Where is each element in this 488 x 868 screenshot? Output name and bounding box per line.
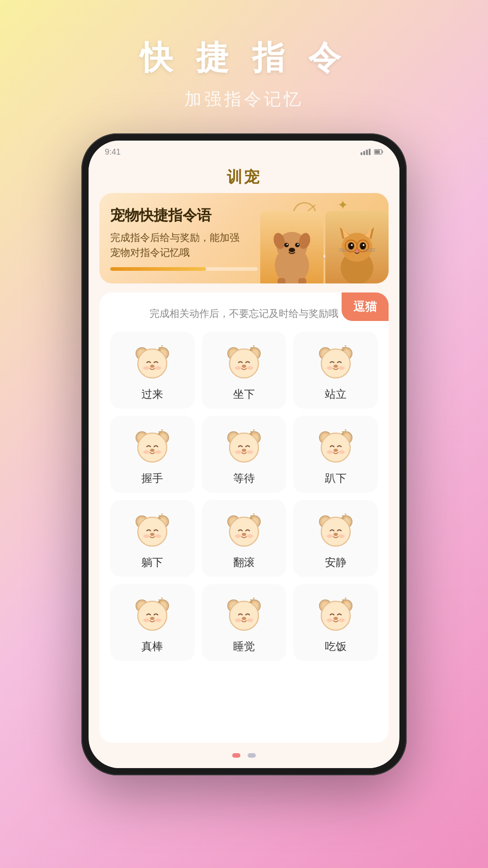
- commands-grid: z z 过来 z z: [99, 328, 389, 672]
- command-label-3: 站立: [325, 387, 347, 401]
- command-item-11[interactable]: z z 睡觉: [202, 584, 286, 661]
- command-icon-8: z z: [224, 509, 264, 550]
- command-item-5[interactable]: z z 等待: [202, 416, 286, 493]
- svg-point-142: [230, 601, 258, 630]
- svg-text:z: z: [344, 428, 347, 433]
- svg-point-45: [150, 365, 155, 368]
- command-item-2[interactable]: z z 坐下: [202, 332, 286, 409]
- svg-text:z: z: [161, 596, 163, 601]
- commands-section[interactable]: 逗猫 完成相关动作后，不要忘记及时给与奖励哦 z z: [99, 292, 389, 743]
- command-item-8[interactable]: z z 翻滚: [202, 500, 286, 577]
- svg-point-157: [338, 618, 345, 622]
- command-item-9[interactable]: z z 安静: [293, 500, 378, 577]
- svg-point-92: [321, 433, 350, 462]
- phone-screen: 9:41 训宠 宠物快捷指令语: [89, 141, 399, 768]
- status-bar: 9:41: [89, 141, 399, 163]
- svg-text:z: z: [344, 596, 347, 601]
- svg-text:z: z: [161, 428, 163, 433]
- command-item-1[interactable]: z z 过来: [110, 332, 195, 409]
- svg-point-82: [230, 433, 258, 462]
- bottom-dots-indicator: [89, 743, 399, 768]
- svg-point-145: [242, 617, 246, 620]
- command-icon-12: z z: [315, 593, 356, 634]
- svg-text:z: z: [344, 512, 347, 517]
- svg-rect-0: [361, 152, 362, 155]
- svg-point-112: [230, 517, 258, 546]
- svg-point-147: [247, 618, 253, 622]
- command-icon-3: z z: [315, 341, 356, 382]
- svg-point-95: [333, 449, 338, 452]
- command-item-10[interactable]: z z 真棒: [110, 584, 195, 661]
- svg-point-52: [230, 349, 258, 378]
- page-subtitle: 加强指令记忆: [140, 88, 348, 111]
- command-icon-7: z z: [132, 509, 173, 550]
- command-icon-11: z z: [224, 593, 264, 634]
- dog-svg: [265, 220, 319, 283]
- svg-rect-3: [369, 149, 371, 155]
- svg-point-122: [321, 517, 350, 546]
- header-area: 快 捷 指 令 加强指令记忆: [140, 0, 348, 111]
- page-title: 快 捷 指 令: [140, 36, 348, 80]
- command-item-4[interactable]: z z 握手: [110, 416, 195, 493]
- dot-2: [248, 753, 256, 758]
- svg-point-106: [143, 534, 150, 538]
- svg-text:z: z: [161, 344, 163, 349]
- command-label-9: 安静: [325, 555, 347, 570]
- status-icons: [361, 149, 383, 155]
- command-icon-1: z z: [132, 341, 173, 382]
- svg-point-156: [327, 618, 333, 622]
- svg-point-102: [138, 517, 167, 546]
- command-icon-4: z z: [132, 425, 173, 466]
- svg-point-65: [333, 365, 338, 368]
- svg-point-42: [138, 349, 167, 378]
- app-title: 训宠: [227, 168, 261, 185]
- command-item-3[interactable]: z z 站立: [293, 332, 378, 409]
- svg-text:z: z: [253, 596, 255, 601]
- svg-point-26: [350, 243, 352, 249]
- svg-point-115: [242, 533, 246, 536]
- svg-point-66: [327, 366, 333, 370]
- svg-point-62: [321, 349, 350, 378]
- command-label-4: 握手: [141, 471, 163, 486]
- svg-point-15: [289, 248, 295, 252]
- svg-point-12: [295, 243, 300, 247]
- svg-point-155: [333, 617, 338, 620]
- svg-point-76: [143, 450, 150, 454]
- svg-point-85: [242, 449, 246, 452]
- time-display: 9:41: [105, 147, 121, 157]
- svg-rect-17: [298, 278, 306, 283]
- command-item-7[interactable]: z z 躺下: [110, 500, 195, 577]
- command-item-6[interactable]: z z 趴下: [293, 416, 378, 493]
- banner-description: 完成指令后给与奖励，能加强 宠物对指令记忆哦: [110, 230, 258, 260]
- svg-point-105: [150, 533, 155, 536]
- command-icon-10: z z: [132, 593, 173, 634]
- svg-point-55: [242, 365, 246, 368]
- svg-point-56: [235, 366, 241, 370]
- svg-point-87: [247, 450, 253, 454]
- phone-mockup: 9:41 训宠 宠物快捷指令语: [81, 133, 407, 775]
- svg-text:z: z: [161, 512, 163, 517]
- svg-text:z: z: [344, 344, 347, 349]
- svg-point-136: [143, 618, 150, 622]
- banner-card: 宠物快捷指令语 完成指令后给与奖励，能加强 宠物对指令记忆哦 ✦ ✧ ✦ 🦴: [99, 193, 389, 283]
- command-item-12[interactable]: z z 吃饭: [293, 584, 378, 661]
- svg-text:z: z: [253, 344, 255, 349]
- svg-point-11: [284, 243, 289, 247]
- banner-progress-fill: [110, 267, 206, 271]
- svg-point-127: [338, 534, 345, 538]
- command-icon-5: z z: [224, 425, 264, 466]
- svg-point-46: [143, 366, 150, 370]
- svg-point-27: [361, 243, 364, 249]
- svg-point-137: [155, 618, 161, 622]
- category-tag[interactable]: 逗猫: [342, 292, 389, 321]
- svg-point-97: [338, 450, 345, 454]
- svg-rect-6: [375, 151, 380, 154]
- svg-point-29: [363, 244, 365, 246]
- svg-point-67: [338, 366, 345, 370]
- command-icon-2: z z: [224, 341, 264, 382]
- svg-point-125: [333, 533, 338, 536]
- svg-point-75: [150, 449, 155, 452]
- svg-point-146: [235, 618, 241, 622]
- command-label-5: 等待: [233, 471, 255, 486]
- svg-point-14: [297, 244, 299, 245]
